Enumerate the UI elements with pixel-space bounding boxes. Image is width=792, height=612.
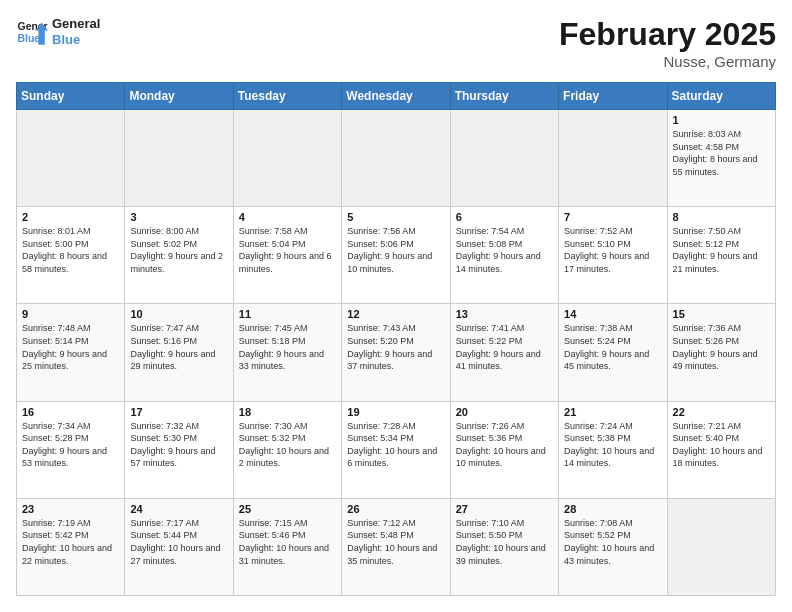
day-number: 23 <box>22 503 119 515</box>
day-info: Sunrise: 7:47 AM Sunset: 5:16 PM Dayligh… <box>130 322 227 372</box>
day-info: Sunrise: 7:54 AM Sunset: 5:08 PM Dayligh… <box>456 225 553 275</box>
calendar-cell: 25Sunrise: 7:15 AM Sunset: 5:46 PM Dayli… <box>233 498 341 595</box>
calendar-cell: 8Sunrise: 7:50 AM Sunset: 5:12 PM Daylig… <box>667 207 775 304</box>
calendar-cell: 20Sunrise: 7:26 AM Sunset: 5:36 PM Dayli… <box>450 401 558 498</box>
day-number: 18 <box>239 406 336 418</box>
day-info: Sunrise: 7:36 AM Sunset: 5:26 PM Dayligh… <box>673 322 770 372</box>
day-info: Sunrise: 7:43 AM Sunset: 5:20 PM Dayligh… <box>347 322 444 372</box>
calendar-cell: 27Sunrise: 7:10 AM Sunset: 5:50 PM Dayli… <box>450 498 558 595</box>
day-number: 21 <box>564 406 661 418</box>
day-number: 8 <box>673 211 770 223</box>
svg-text:Blue: Blue <box>18 33 41 44</box>
calendar-cell <box>125 110 233 207</box>
logo: General Blue General Blue <box>16 16 100 48</box>
day-info: Sunrise: 7:12 AM Sunset: 5:48 PM Dayligh… <box>347 517 444 567</box>
col-tuesday: Tuesday <box>233 83 341 110</box>
day-info: Sunrise: 7:45 AM Sunset: 5:18 PM Dayligh… <box>239 322 336 372</box>
day-number: 9 <box>22 308 119 320</box>
day-info: Sunrise: 7:15 AM Sunset: 5:46 PM Dayligh… <box>239 517 336 567</box>
calendar-week-3: 16Sunrise: 7:34 AM Sunset: 5:28 PM Dayli… <box>17 401 776 498</box>
calendar-cell: 12Sunrise: 7:43 AM Sunset: 5:20 PM Dayli… <box>342 304 450 401</box>
day-info: Sunrise: 8:01 AM Sunset: 5:00 PM Dayligh… <box>22 225 119 275</box>
day-number: 7 <box>564 211 661 223</box>
calendar-cell: 5Sunrise: 7:56 AM Sunset: 5:06 PM Daylig… <box>342 207 450 304</box>
calendar-cell: 3Sunrise: 8:00 AM Sunset: 5:02 PM Daylig… <box>125 207 233 304</box>
calendar-week-2: 9Sunrise: 7:48 AM Sunset: 5:14 PM Daylig… <box>17 304 776 401</box>
calendar-cell: 4Sunrise: 7:58 AM Sunset: 5:04 PM Daylig… <box>233 207 341 304</box>
calendar-body: 1Sunrise: 8:03 AM Sunset: 4:58 PM Daylig… <box>17 110 776 596</box>
calendar-week-1: 2Sunrise: 8:01 AM Sunset: 5:00 PM Daylig… <box>17 207 776 304</box>
day-info: Sunrise: 7:28 AM Sunset: 5:34 PM Dayligh… <box>347 420 444 470</box>
day-info: Sunrise: 7:10 AM Sunset: 5:50 PM Dayligh… <box>456 517 553 567</box>
page: General Blue General Blue February 2025 … <box>0 0 792 612</box>
day-number: 20 <box>456 406 553 418</box>
logo-general: General <box>52 16 100 32</box>
calendar-week-0: 1Sunrise: 8:03 AM Sunset: 4:58 PM Daylig… <box>17 110 776 207</box>
day-number: 15 <box>673 308 770 320</box>
col-wednesday: Wednesday <box>342 83 450 110</box>
calendar-cell: 1Sunrise: 8:03 AM Sunset: 4:58 PM Daylig… <box>667 110 775 207</box>
calendar-cell: 22Sunrise: 7:21 AM Sunset: 5:40 PM Dayli… <box>667 401 775 498</box>
calendar-cell: 24Sunrise: 7:17 AM Sunset: 5:44 PM Dayli… <box>125 498 233 595</box>
day-info: Sunrise: 7:24 AM Sunset: 5:38 PM Dayligh… <box>564 420 661 470</box>
calendar-cell: 17Sunrise: 7:32 AM Sunset: 5:30 PM Dayli… <box>125 401 233 498</box>
calendar-header: Sunday Monday Tuesday Wednesday Thursday… <box>17 83 776 110</box>
day-info: Sunrise: 7:08 AM Sunset: 5:52 PM Dayligh… <box>564 517 661 567</box>
calendar-cell: 19Sunrise: 7:28 AM Sunset: 5:34 PM Dayli… <box>342 401 450 498</box>
day-number: 13 <box>456 308 553 320</box>
day-number: 1 <box>673 114 770 126</box>
calendar-cell <box>667 498 775 595</box>
calendar-cell: 14Sunrise: 7:38 AM Sunset: 5:24 PM Dayli… <box>559 304 667 401</box>
day-number: 14 <box>564 308 661 320</box>
day-info: Sunrise: 8:00 AM Sunset: 5:02 PM Dayligh… <box>130 225 227 275</box>
day-number: 24 <box>130 503 227 515</box>
day-number: 26 <box>347 503 444 515</box>
day-info: Sunrise: 8:03 AM Sunset: 4:58 PM Dayligh… <box>673 128 770 178</box>
title-block: February 2025 Nusse, Germany <box>559 16 776 70</box>
day-info: Sunrise: 7:48 AM Sunset: 5:14 PM Dayligh… <box>22 322 119 372</box>
calendar-cell: 9Sunrise: 7:48 AM Sunset: 5:14 PM Daylig… <box>17 304 125 401</box>
day-number: 12 <box>347 308 444 320</box>
day-info: Sunrise: 7:56 AM Sunset: 5:06 PM Dayligh… <box>347 225 444 275</box>
day-number: 6 <box>456 211 553 223</box>
col-sunday: Sunday <box>17 83 125 110</box>
day-number: 22 <box>673 406 770 418</box>
day-number: 27 <box>456 503 553 515</box>
logo-blue: Blue <box>52 32 100 48</box>
location: Nusse, Germany <box>559 53 776 70</box>
day-info: Sunrise: 7:21 AM Sunset: 5:40 PM Dayligh… <box>673 420 770 470</box>
col-monday: Monday <box>125 83 233 110</box>
calendar-cell <box>342 110 450 207</box>
calendar-cell: 11Sunrise: 7:45 AM Sunset: 5:18 PM Dayli… <box>233 304 341 401</box>
day-number: 19 <box>347 406 444 418</box>
day-info: Sunrise: 7:17 AM Sunset: 5:44 PM Dayligh… <box>130 517 227 567</box>
day-number: 3 <box>130 211 227 223</box>
calendar-cell: 6Sunrise: 7:54 AM Sunset: 5:08 PM Daylig… <box>450 207 558 304</box>
calendar-cell: 16Sunrise: 7:34 AM Sunset: 5:28 PM Dayli… <box>17 401 125 498</box>
calendar-cell: 2Sunrise: 8:01 AM Sunset: 5:00 PM Daylig… <box>17 207 125 304</box>
calendar-cell: 18Sunrise: 7:30 AM Sunset: 5:32 PM Dayli… <box>233 401 341 498</box>
calendar-table: Sunday Monday Tuesday Wednesday Thursday… <box>16 82 776 596</box>
calendar-week-4: 23Sunrise: 7:19 AM Sunset: 5:42 PM Dayli… <box>17 498 776 595</box>
header-row: Sunday Monday Tuesday Wednesday Thursday… <box>17 83 776 110</box>
day-number: 28 <box>564 503 661 515</box>
day-info: Sunrise: 7:38 AM Sunset: 5:24 PM Dayligh… <box>564 322 661 372</box>
day-info: Sunrise: 7:30 AM Sunset: 5:32 PM Dayligh… <box>239 420 336 470</box>
calendar-cell: 21Sunrise: 7:24 AM Sunset: 5:38 PM Dayli… <box>559 401 667 498</box>
calendar-cell: 7Sunrise: 7:52 AM Sunset: 5:10 PM Daylig… <box>559 207 667 304</box>
day-info: Sunrise: 7:52 AM Sunset: 5:10 PM Dayligh… <box>564 225 661 275</box>
day-info: Sunrise: 7:19 AM Sunset: 5:42 PM Dayligh… <box>22 517 119 567</box>
day-number: 5 <box>347 211 444 223</box>
calendar-cell <box>559 110 667 207</box>
header: General Blue General Blue February 2025 … <box>16 16 776 70</box>
day-number: 17 <box>130 406 227 418</box>
month-title: February 2025 <box>559 16 776 53</box>
day-info: Sunrise: 7:34 AM Sunset: 5:28 PM Dayligh… <box>22 420 119 470</box>
logo-icon: General Blue <box>16 16 48 48</box>
day-number: 11 <box>239 308 336 320</box>
calendar-cell: 15Sunrise: 7:36 AM Sunset: 5:26 PM Dayli… <box>667 304 775 401</box>
calendar-cell: 26Sunrise: 7:12 AM Sunset: 5:48 PM Dayli… <box>342 498 450 595</box>
day-number: 25 <box>239 503 336 515</box>
day-number: 2 <box>22 211 119 223</box>
calendar-cell <box>233 110 341 207</box>
